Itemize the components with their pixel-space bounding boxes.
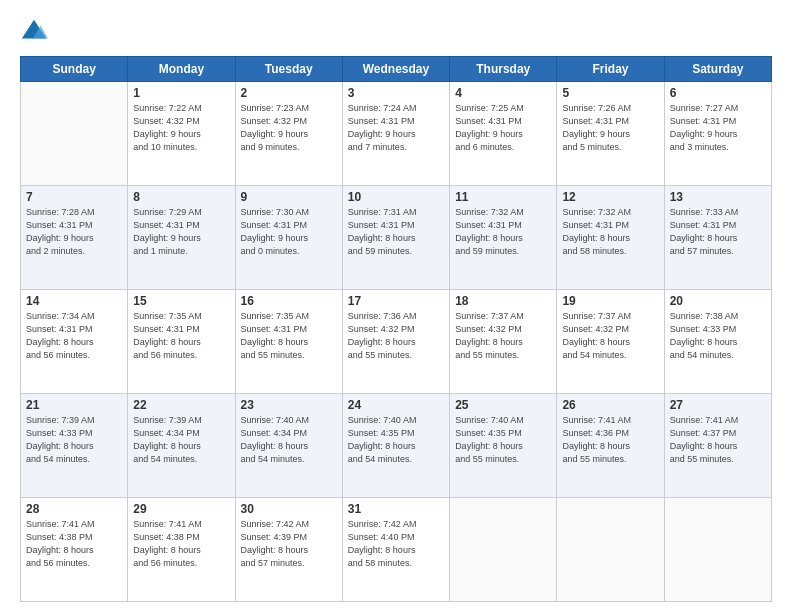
day-number: 21 (26, 398, 122, 412)
calendar-cell: 13Sunrise: 7:33 AM Sunset: 4:31 PM Dayli… (664, 186, 771, 290)
calendar-cell: 8Sunrise: 7:29 AM Sunset: 4:31 PM Daylig… (128, 186, 235, 290)
calendar-cell: 30Sunrise: 7:42 AM Sunset: 4:39 PM Dayli… (235, 498, 342, 602)
cell-details: Sunrise: 7:39 AM Sunset: 4:33 PM Dayligh… (26, 414, 122, 466)
calendar-week-row: 1Sunrise: 7:22 AM Sunset: 4:32 PM Daylig… (21, 82, 772, 186)
day-number: 30 (241, 502, 337, 516)
calendar-week-row: 7Sunrise: 7:28 AM Sunset: 4:31 PM Daylig… (21, 186, 772, 290)
day-number: 4 (455, 86, 551, 100)
day-number: 25 (455, 398, 551, 412)
cell-details: Sunrise: 7:41 AM Sunset: 4:38 PM Dayligh… (133, 518, 229, 570)
calendar-cell: 5Sunrise: 7:26 AM Sunset: 4:31 PM Daylig… (557, 82, 664, 186)
day-number: 3 (348, 86, 444, 100)
cell-details: Sunrise: 7:40 AM Sunset: 4:35 PM Dayligh… (455, 414, 551, 466)
calendar-week-row: 21Sunrise: 7:39 AM Sunset: 4:33 PM Dayli… (21, 394, 772, 498)
calendar-cell: 31Sunrise: 7:42 AM Sunset: 4:40 PM Dayli… (342, 498, 449, 602)
day-number: 2 (241, 86, 337, 100)
calendar-cell: 25Sunrise: 7:40 AM Sunset: 4:35 PM Dayli… (450, 394, 557, 498)
cell-details: Sunrise: 7:39 AM Sunset: 4:34 PM Dayligh… (133, 414, 229, 466)
cell-details: Sunrise: 7:41 AM Sunset: 4:38 PM Dayligh… (26, 518, 122, 570)
cell-details: Sunrise: 7:35 AM Sunset: 4:31 PM Dayligh… (241, 310, 337, 362)
cell-details: Sunrise: 7:28 AM Sunset: 4:31 PM Dayligh… (26, 206, 122, 258)
day-number: 19 (562, 294, 658, 308)
calendar-cell: 14Sunrise: 7:34 AM Sunset: 4:31 PM Dayli… (21, 290, 128, 394)
day-number: 10 (348, 190, 444, 204)
day-number: 20 (670, 294, 766, 308)
cell-details: Sunrise: 7:34 AM Sunset: 4:31 PM Dayligh… (26, 310, 122, 362)
calendar-header-monday: Monday (128, 57, 235, 82)
calendar-cell: 6Sunrise: 7:27 AM Sunset: 4:31 PM Daylig… (664, 82, 771, 186)
cell-details: Sunrise: 7:36 AM Sunset: 4:32 PM Dayligh… (348, 310, 444, 362)
day-number: 13 (670, 190, 766, 204)
day-number: 9 (241, 190, 337, 204)
day-number: 31 (348, 502, 444, 516)
calendar-cell: 18Sunrise: 7:37 AM Sunset: 4:32 PM Dayli… (450, 290, 557, 394)
calendar-header-thursday: Thursday (450, 57, 557, 82)
calendar-cell: 11Sunrise: 7:32 AM Sunset: 4:31 PM Dayli… (450, 186, 557, 290)
calendar-cell: 19Sunrise: 7:37 AM Sunset: 4:32 PM Dayli… (557, 290, 664, 394)
day-number: 14 (26, 294, 122, 308)
day-number: 12 (562, 190, 658, 204)
calendar-cell: 7Sunrise: 7:28 AM Sunset: 4:31 PM Daylig… (21, 186, 128, 290)
calendar-cell: 22Sunrise: 7:39 AM Sunset: 4:34 PM Dayli… (128, 394, 235, 498)
cell-details: Sunrise: 7:37 AM Sunset: 4:32 PM Dayligh… (455, 310, 551, 362)
day-number: 15 (133, 294, 229, 308)
cell-details: Sunrise: 7:42 AM Sunset: 4:40 PM Dayligh… (348, 518, 444, 570)
calendar-cell: 27Sunrise: 7:41 AM Sunset: 4:37 PM Dayli… (664, 394, 771, 498)
calendar-week-row: 28Sunrise: 7:41 AM Sunset: 4:38 PM Dayli… (21, 498, 772, 602)
day-number: 24 (348, 398, 444, 412)
calendar-cell: 12Sunrise: 7:32 AM Sunset: 4:31 PM Dayli… (557, 186, 664, 290)
calendar-cell: 4Sunrise: 7:25 AM Sunset: 4:31 PM Daylig… (450, 82, 557, 186)
calendar-header-tuesday: Tuesday (235, 57, 342, 82)
calendar-header-wednesday: Wednesday (342, 57, 449, 82)
calendar-cell: 15Sunrise: 7:35 AM Sunset: 4:31 PM Dayli… (128, 290, 235, 394)
day-number: 27 (670, 398, 766, 412)
day-number: 16 (241, 294, 337, 308)
cell-details: Sunrise: 7:31 AM Sunset: 4:31 PM Dayligh… (348, 206, 444, 258)
calendar-cell (450, 498, 557, 602)
cell-details: Sunrise: 7:25 AM Sunset: 4:31 PM Dayligh… (455, 102, 551, 154)
calendar-cell: 10Sunrise: 7:31 AM Sunset: 4:31 PM Dayli… (342, 186, 449, 290)
day-number: 11 (455, 190, 551, 204)
day-number: 22 (133, 398, 229, 412)
calendar-header-saturday: Saturday (664, 57, 771, 82)
cell-details: Sunrise: 7:42 AM Sunset: 4:39 PM Dayligh… (241, 518, 337, 570)
cell-details: Sunrise: 7:23 AM Sunset: 4:32 PM Dayligh… (241, 102, 337, 154)
header (20, 18, 772, 46)
calendar-cell (664, 498, 771, 602)
calendar-table: SundayMondayTuesdayWednesdayThursdayFrid… (20, 56, 772, 602)
cell-details: Sunrise: 7:40 AM Sunset: 4:35 PM Dayligh… (348, 414, 444, 466)
day-number: 5 (562, 86, 658, 100)
cell-details: Sunrise: 7:30 AM Sunset: 4:31 PM Dayligh… (241, 206, 337, 258)
cell-details: Sunrise: 7:24 AM Sunset: 4:31 PM Dayligh… (348, 102, 444, 154)
calendar-cell: 24Sunrise: 7:40 AM Sunset: 4:35 PM Dayli… (342, 394, 449, 498)
cell-details: Sunrise: 7:27 AM Sunset: 4:31 PM Dayligh… (670, 102, 766, 154)
cell-details: Sunrise: 7:22 AM Sunset: 4:32 PM Dayligh… (133, 102, 229, 154)
day-number: 28 (26, 502, 122, 516)
calendar-cell: 28Sunrise: 7:41 AM Sunset: 4:38 PM Dayli… (21, 498, 128, 602)
day-number: 6 (670, 86, 766, 100)
cell-details: Sunrise: 7:38 AM Sunset: 4:33 PM Dayligh… (670, 310, 766, 362)
cell-details: Sunrise: 7:32 AM Sunset: 4:31 PM Dayligh… (455, 206, 551, 258)
calendar-cell: 9Sunrise: 7:30 AM Sunset: 4:31 PM Daylig… (235, 186, 342, 290)
cell-details: Sunrise: 7:29 AM Sunset: 4:31 PM Dayligh… (133, 206, 229, 258)
calendar-cell (557, 498, 664, 602)
calendar-week-row: 14Sunrise: 7:34 AM Sunset: 4:31 PM Dayli… (21, 290, 772, 394)
day-number: 8 (133, 190, 229, 204)
calendar-cell: 17Sunrise: 7:36 AM Sunset: 4:32 PM Dayli… (342, 290, 449, 394)
cell-details: Sunrise: 7:32 AM Sunset: 4:31 PM Dayligh… (562, 206, 658, 258)
calendar-header-row: SundayMondayTuesdayWednesdayThursdayFrid… (21, 57, 772, 82)
calendar-cell: 2Sunrise: 7:23 AM Sunset: 4:32 PM Daylig… (235, 82, 342, 186)
day-number: 18 (455, 294, 551, 308)
calendar-cell: 23Sunrise: 7:40 AM Sunset: 4:34 PM Dayli… (235, 394, 342, 498)
day-number: 29 (133, 502, 229, 516)
cell-details: Sunrise: 7:35 AM Sunset: 4:31 PM Dayligh… (133, 310, 229, 362)
cell-details: Sunrise: 7:26 AM Sunset: 4:31 PM Dayligh… (562, 102, 658, 154)
calendar-header-friday: Friday (557, 57, 664, 82)
calendar-cell: 20Sunrise: 7:38 AM Sunset: 4:33 PM Dayli… (664, 290, 771, 394)
logo-icon (20, 18, 48, 46)
day-number: 26 (562, 398, 658, 412)
logo (20, 18, 52, 46)
calendar-cell: 1Sunrise: 7:22 AM Sunset: 4:32 PM Daylig… (128, 82, 235, 186)
day-number: 17 (348, 294, 444, 308)
calendar-header-sunday: Sunday (21, 57, 128, 82)
